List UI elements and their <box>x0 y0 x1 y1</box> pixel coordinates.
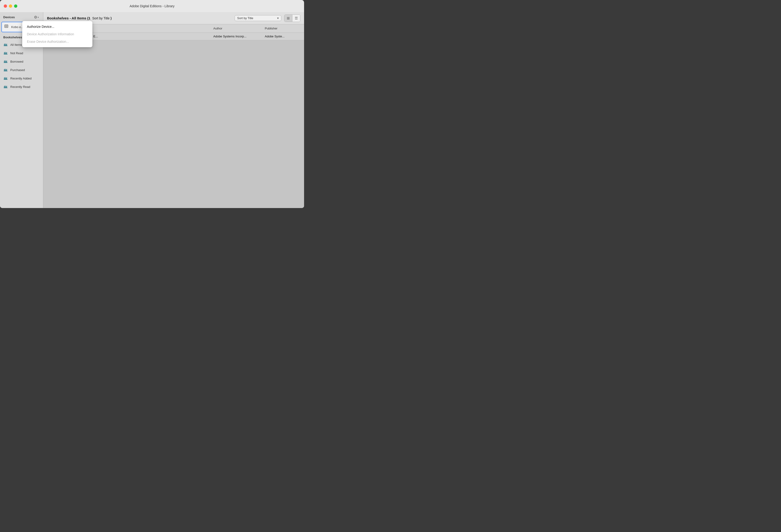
svg-rect-10 <box>6 53 6 54</box>
titlebar: Adobe Digital Editions - Library <box>0 0 304 12</box>
sidebar-item-not-read-label: Not Read <box>10 51 23 55</box>
bookshelf-icon <box>3 76 8 81</box>
bookshelf-icon <box>3 84 8 89</box>
sort-label: Sort by Title <box>237 16 253 20</box>
table-body: Getting Started with Adobe Digital E... … <box>43 33 304 208</box>
bookshelf-icon <box>3 59 8 64</box>
context-menu: Authorize Device... Device Authorization… <box>22 21 92 47</box>
svg-rect-4 <box>5 43 6 46</box>
view-toggle: ⊞ ☰ <box>284 14 300 22</box>
bookshelf-icon <box>3 42 8 47</box>
svg-rect-11 <box>6 52 7 54</box>
sidebar-item-borrowed[interactable]: Borrowed <box>0 57 43 66</box>
svg-rect-20 <box>6 70 6 71</box>
grid-view-button[interactable]: ⊞ <box>284 15 292 22</box>
svg-rect-3 <box>4 44 5 46</box>
bookshelf-icon <box>3 68 8 72</box>
list-view-button[interactable]: ☰ <box>292 15 300 22</box>
svg-rect-14 <box>5 60 6 62</box>
svg-rect-2 <box>4 46 7 46</box>
svg-rect-5 <box>6 44 6 46</box>
row-author: Adobe Systems Incorp... <box>210 34 262 39</box>
maximize-button[interactable] <box>14 4 17 8</box>
svg-rect-24 <box>5 77 6 79</box>
device-label: Kobo e... <box>11 25 24 29</box>
svg-rect-29 <box>5 86 6 88</box>
device-icon <box>4 24 9 30</box>
svg-rect-30 <box>6 86 6 88</box>
menu-item-auth-info: Device Authorization Information <box>22 30 92 38</box>
bookshelf-icon <box>3 51 8 55</box>
grid-view-icon: ⊞ <box>287 16 290 20</box>
svg-rect-22 <box>4 79 7 80</box>
main-area: Devices ⚙ ▾ Kobo e... Bookshelves <box>0 12 304 208</box>
svg-rect-28 <box>4 86 5 88</box>
gear-icon: ⚙ <box>34 15 37 19</box>
menu-item-authorize[interactable]: Authorize Device... <box>22 23 92 30</box>
sort-info-label: Sort by Title <box>92 16 110 20</box>
minimize-button[interactable] <box>9 4 12 8</box>
svg-rect-6 <box>6 44 7 46</box>
sort-chevron-icon: ▾ <box>277 16 279 20</box>
sidebar-item-recently-read-label: Recently Read <box>10 85 30 89</box>
list-view-icon: ☰ <box>295 16 298 20</box>
sidebar-item-recently-added-label: Recently Added <box>10 77 32 80</box>
svg-rect-25 <box>6 78 6 79</box>
sidebar-item-borrowed-label: Borrowed <box>10 60 24 63</box>
col-author-header[interactable]: Author <box>210 26 262 31</box>
svg-rect-8 <box>4 52 5 54</box>
svg-rect-17 <box>4 71 7 71</box>
svg-rect-12 <box>4 62 7 63</box>
svg-rect-13 <box>4 61 5 62</box>
devices-label: Devices <box>3 15 15 19</box>
gear-menu-button[interactable]: ⚙ ▾ <box>33 14 40 20</box>
svg-rect-7 <box>4 54 7 54</box>
devices-header: Devices ⚙ ▾ <box>0 12 43 22</box>
sidebar-item-purchased[interactable]: Purchased <box>0 66 43 74</box>
window-title: Adobe Digital Editions - Library <box>130 4 174 8</box>
sort-dropdown[interactable]: Sort by Title ▾ <box>235 15 281 21</box>
col-publisher-header[interactable]: Publisher <box>262 26 304 31</box>
svg-rect-16 <box>6 60 7 62</box>
sidebar-item-recently-added[interactable]: Recently Added <box>0 74 43 83</box>
sidebar-item-recently-read[interactable]: Recently Read <box>0 83 43 91</box>
sidebar-item-all-items-label: All Items <box>10 43 22 46</box>
svg-rect-31 <box>6 86 7 88</box>
svg-rect-15 <box>6 61 6 62</box>
content-title: Bookshelves - All Items (1 Sort by Title… <box>47 16 112 20</box>
close-button[interactable] <box>4 4 7 8</box>
menu-item-erase-auth: Erase Device Authorization... <box>22 38 92 45</box>
sidebar-item-not-read[interactable]: Not Read <box>0 49 43 57</box>
svg-rect-26 <box>6 77 7 79</box>
svg-rect-27 <box>4 88 7 88</box>
svg-rect-9 <box>5 52 6 54</box>
svg-rect-18 <box>4 69 5 71</box>
svg-rect-1 <box>5 25 7 27</box>
sidebar-item-purchased-label: Purchased <box>10 68 25 72</box>
svg-rect-19 <box>5 69 6 71</box>
traffic-lights <box>4 4 17 8</box>
svg-rect-21 <box>6 69 7 71</box>
gear-chevron-icon: ▾ <box>38 16 39 18</box>
row-publisher: Adobe Syste... <box>262 34 304 39</box>
svg-rect-23 <box>4 78 5 79</box>
